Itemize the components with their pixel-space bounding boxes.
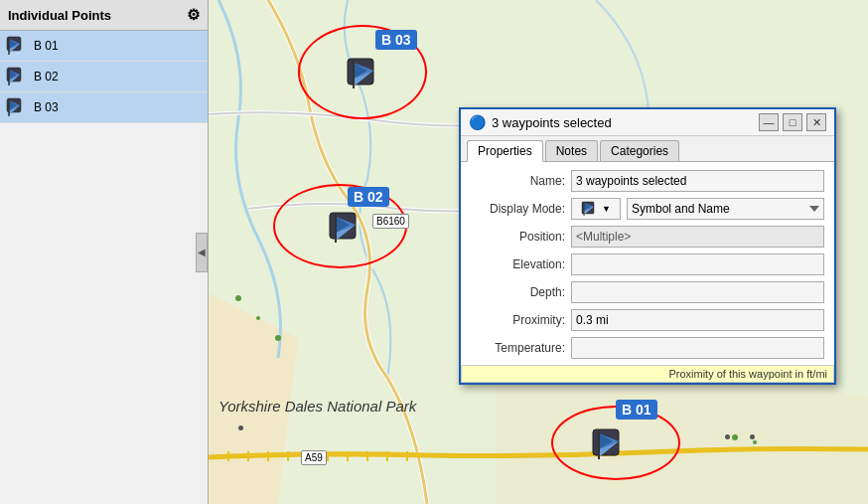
display-mode-icon-button[interactable]: ▼ [571,198,621,220]
svg-point-15 [275,335,281,341]
minimize-button[interactable]: — [759,113,779,131]
map-dot-3 [750,434,755,439]
sidebar-item-label-b03: B 03 [34,100,59,114]
tab-categories[interactable]: Categories [600,140,679,161]
sidebar-item-b03[interactable]: B 03 [0,92,208,123]
a59-label: A59 [301,450,327,465]
tab-properties[interactable]: Properties [467,140,543,162]
dialog-title-icon: 🔵 [469,114,486,130]
maximize-button[interactable]: □ [783,113,802,131]
elevation-input[interactable] [571,253,824,275]
waypoint-flag-icon [581,200,599,218]
temperature-row: Temperature: [471,337,824,359]
temperature-input[interactable] [571,337,824,359]
depth-row: Depth: [471,281,824,303]
dialog-tabs: PropertiesNotesCategories [461,136,834,162]
tab-notes[interactable]: Notes [545,140,598,161]
sidebar-item-label-b01: B 01 [34,39,59,53]
b03-waypoint[interactable] [346,55,381,90]
svg-point-14 [256,316,260,320]
name-row: Name: [471,170,824,192]
depth-input[interactable] [571,281,824,303]
b02-map-label: B 02 [348,187,389,207]
display-mode-label: Display Mode: [471,202,565,216]
sidebar-header: Individual Points ⚙ [0,0,208,31]
b01-map-label: B 01 [616,400,657,420]
waypoint-icon-b03 [6,96,28,118]
temperature-label: Temperature: [471,341,565,355]
waypoint-icon-b02 [6,66,28,87]
sidebar-item-b02[interactable]: B 02 [0,62,208,92]
elevation-row: Elevation: [471,253,824,275]
display-mode-select[interactable]: Symbol and Name Symbol Only Name Only [627,198,824,220]
elevation-label: Elevation: [471,257,565,271]
dialog-title-text: 3 waypoints selected [492,115,612,130]
proximity-label: Proximity: [471,313,565,327]
sidebar: Individual Points ⚙ B 01 B 02 B 03 ◀ [0,0,209,504]
position-row: Position: [471,226,824,248]
map-dot-1 [238,425,243,430]
close-button[interactable]: ✕ [806,113,826,131]
proximity-row: Proximity: [471,309,824,331]
waypoint-icon-b01 [6,35,28,57]
b02-waypoint[interactable] [328,209,363,245]
b01-waypoint[interactable] [591,425,627,461]
svg-point-17 [753,440,757,444]
yorkshire-dales-text: Yorkshire Dales National Park [218,398,416,415]
name-input[interactable] [571,170,824,192]
sidebar-title: Individual Points [8,8,111,23]
proximity-input[interactable] [571,309,824,331]
sidebar-item-b01[interactable]: B 01 [0,31,208,62]
b03-map-label: B 03 [375,30,417,50]
waypoints-dialog: 🔵 3 waypoints selected — □ ✕ PropertiesN… [459,107,836,385]
dialog-form: Name: Display Mode: ▼ Symbol and Name Sy… [461,162,834,383]
gear-icon[interactable]: ⚙ [187,6,200,24]
map-dot-2 [725,434,730,439]
sidebar-collapse-button[interactable]: ◀ [196,233,208,272]
name-label: Name: [471,174,565,188]
svg-point-13 [235,295,241,301]
b6160-label: B6160 [372,214,409,229]
sidebar-item-label-b02: B 02 [34,70,59,84]
sidebar-list: B 01 B 02 B 03 [0,31,208,504]
dialog-titlebar: 🔵 3 waypoints selected — □ ✕ [461,109,834,136]
position-label: Position: [471,230,565,244]
dialog-title-area: 🔵 3 waypoints selected [469,114,612,130]
tooltip-bar: Proximity of this waypoint in ft/mi [461,365,834,383]
position-input[interactable] [571,226,824,248]
dropdown-arrow-icon: ▼ [602,204,611,214]
display-mode-row: Display Mode: ▼ Symbol and Name Symbol O… [471,198,824,220]
depth-label: Depth: [471,285,565,299]
dialog-controls: — □ ✕ [759,113,826,131]
svg-point-16 [732,434,738,440]
